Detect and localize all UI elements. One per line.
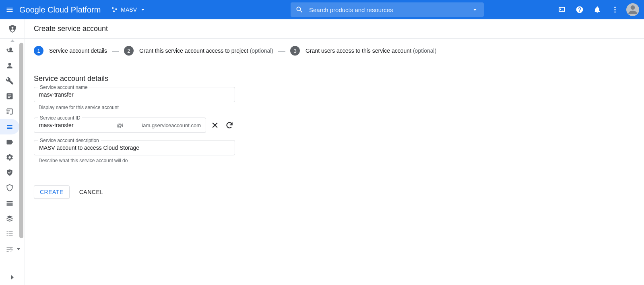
nav-item-iam[interactable] xyxy=(0,43,19,58)
svg-point-7 xyxy=(11,27,13,29)
step-3[interactable]: 3 Grant users access to this service acc… xyxy=(290,46,436,56)
search-box[interactable] xyxy=(291,2,484,17)
service-account-icon xyxy=(6,123,14,131)
gear-icon xyxy=(6,153,14,161)
nav-item-groups[interactable] xyxy=(0,242,19,257)
caret-down-icon[interactable] xyxy=(470,5,480,14)
field-name: Service account name Display name for th… xyxy=(34,87,274,110)
label-icon xyxy=(6,138,14,146)
help-button[interactable] xyxy=(572,2,588,18)
shield-check-icon xyxy=(6,169,14,177)
more-button[interactable] xyxy=(607,2,623,18)
chevron-right-icon xyxy=(9,274,16,281)
step-2[interactable]: 2 Grant this service account access to p… xyxy=(124,46,273,56)
tune-icon xyxy=(6,245,14,253)
nav-item-identity[interactable] xyxy=(0,58,19,73)
stepper: 1 Service account details — 2 Grant this… xyxy=(25,39,644,63)
svg-point-4 xyxy=(614,9,615,10)
nav-scroll-up[interactable] xyxy=(0,39,25,43)
refresh-id-button[interactable] xyxy=(224,120,235,131)
avatar-icon xyxy=(626,3,639,16)
form-section: Service account details Service account … xyxy=(25,63,283,199)
search-icon xyxy=(295,5,304,14)
nav-item-policy-troubleshooter[interactable] xyxy=(0,73,19,89)
audit-icon xyxy=(6,215,14,223)
field-id: Service account ID @i iam.gserviceaccoun… xyxy=(34,118,274,133)
nav-item-policy-analyzer[interactable] xyxy=(0,89,19,104)
id-at: @i xyxy=(117,122,123,128)
nav-item-service-accounts[interactable] xyxy=(0,119,19,134)
step-2-number: 2 xyxy=(124,46,134,56)
name-hint: Display name for this service account xyxy=(34,105,274,110)
svg-point-2 xyxy=(113,10,115,12)
caret-down-small-icon xyxy=(17,248,20,251)
left-nav xyxy=(0,19,25,285)
cloud-shell-icon xyxy=(558,6,566,14)
name-label: Service account name xyxy=(38,85,89,90)
bell-icon xyxy=(593,6,601,14)
page-title: Create service account xyxy=(34,25,108,33)
nav-item-audit-logs[interactable] xyxy=(0,211,19,226)
step-1[interactable]: 1 Service account details xyxy=(34,46,107,56)
project-picker[interactable]: MASV xyxy=(108,4,150,15)
shield-icon xyxy=(6,184,14,192)
menu-button[interactable] xyxy=(0,0,19,19)
nav-item-organization-policies[interactable] xyxy=(0,104,19,119)
refresh-icon xyxy=(225,121,233,129)
button-row: CREATE CANCEL xyxy=(34,185,274,199)
more-vert-icon xyxy=(611,6,619,14)
cancel-button[interactable]: CANCEL xyxy=(79,189,103,195)
account-button[interactable] xyxy=(625,2,641,18)
name-input[interactable] xyxy=(39,91,230,98)
step-2-label: Grant this service account access to pro… xyxy=(139,48,248,54)
brand-label: Google Cloud Platform xyxy=(19,5,101,14)
page-head: Create service account xyxy=(25,19,644,39)
desc-input[interactable] xyxy=(39,145,230,151)
topbar: Google Cloud Platform MASV xyxy=(0,0,644,19)
svg-point-1 xyxy=(116,8,117,10)
cloud-shell-button[interactable] xyxy=(554,2,570,18)
caret-up-icon xyxy=(10,39,14,42)
nav-item-roles[interactable] xyxy=(0,196,19,211)
svg-point-5 xyxy=(614,11,615,12)
svg-point-6 xyxy=(631,5,635,10)
create-button[interactable]: CREATE xyxy=(34,185,70,199)
wrench-icon xyxy=(6,77,14,85)
iam-admin-icon xyxy=(8,24,17,34)
avatar xyxy=(626,3,639,16)
clear-id-button[interactable] xyxy=(209,120,221,131)
nav-item-settings[interactable] xyxy=(0,150,19,165)
project-name: MASV xyxy=(121,6,137,13)
chevron-down-icon xyxy=(139,6,147,13)
nav-item-essential-contacts[interactable] xyxy=(0,226,19,242)
nav-item-iap[interactable] xyxy=(0,180,19,196)
step-separator: — xyxy=(112,47,119,55)
step-1-label: Service account details xyxy=(49,48,107,54)
nav-scrollbar[interactable] xyxy=(19,43,23,238)
nav-item-privacy-security[interactable] xyxy=(0,165,19,180)
id-input[interactable] xyxy=(39,122,109,128)
main-content: Create service account 1 Service account… xyxy=(25,19,644,285)
desc-hint: Describe what this service account will … xyxy=(34,158,274,163)
svg-point-0 xyxy=(112,7,114,9)
form-heading: Service account details xyxy=(34,74,274,83)
search-input[interactable] xyxy=(309,6,470,13)
topbar-right-icons xyxy=(554,2,644,18)
article-icon xyxy=(6,92,14,100)
nav-expand-button[interactable] xyxy=(0,269,25,285)
project-icon xyxy=(111,6,118,13)
step-1-number: 1 xyxy=(34,46,43,56)
nav-item-labels[interactable] xyxy=(0,134,19,150)
help-icon xyxy=(576,6,584,14)
step-separator: — xyxy=(278,47,285,55)
step-3-label: Grant users access to this service accou… xyxy=(305,48,411,54)
person-add-icon xyxy=(6,46,14,54)
hamburger-icon xyxy=(6,6,14,14)
notifications-button[interactable] xyxy=(589,2,605,18)
close-icon xyxy=(211,121,219,129)
nav-section-head[interactable] xyxy=(0,19,25,39)
step-2-optional: (optional) xyxy=(250,48,273,54)
step-3-number: 3 xyxy=(290,46,300,56)
desc-label: Service account description xyxy=(38,138,101,143)
id-label: Service account ID xyxy=(38,115,82,121)
